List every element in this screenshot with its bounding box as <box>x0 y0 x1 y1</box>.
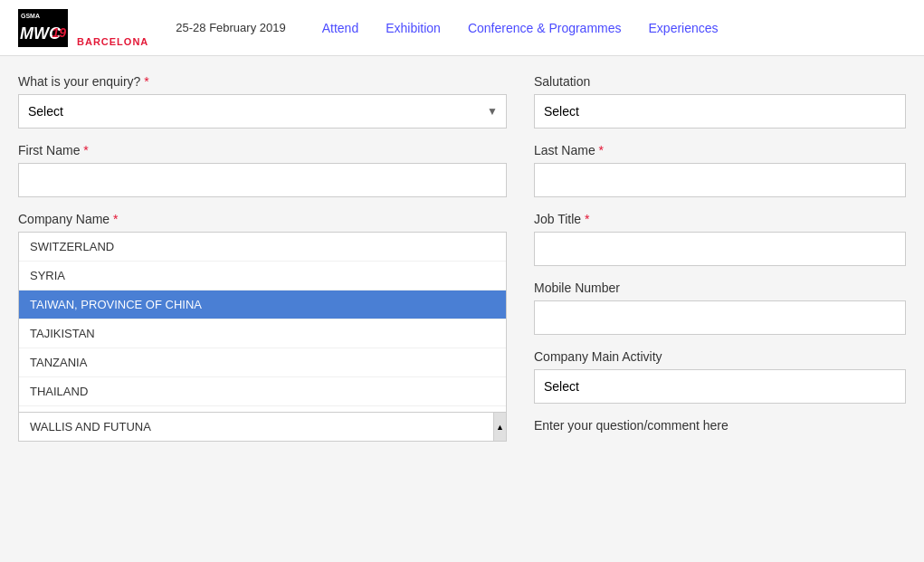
job-title-field-group: Job Title * <box>534 212 906 266</box>
job-title-label: Job Title * <box>534 212 906 226</box>
main-content: What is your enquiry? * Select ▼ First N… <box>0 56 924 562</box>
question-label: Enter your question/comment here <box>534 418 906 433</box>
mobile-number-label: Mobile Number <box>534 281 906 295</box>
enquiry-select-wrapper: Select ▼ <box>18 94 507 129</box>
dropdown-item[interactable]: THAILAND <box>19 377 506 406</box>
event-date: 25-28 February 2019 <box>176 21 285 34</box>
salutation-label: Salutation <box>534 74 906 89</box>
company-name-label: Company Name * <box>18 212 507 226</box>
mobile-number-field-group: Mobile Number <box>534 281 906 335</box>
company-activity-input[interactable] <box>534 369 906 404</box>
year-text: 19 <box>52 25 66 40</box>
salutation-field-group: Salutation <box>534 74 906 129</box>
nav-exhibition[interactable]: Exhibition <box>386 21 441 35</box>
barcelona-text: Barcelona <box>77 36 148 47</box>
company-activity-field-group: Company Main Activity <box>534 349 906 404</box>
dropdown-item[interactable]: SWITZERLAND <box>19 233 506 262</box>
wallis-item-label[interactable]: WALLIS AND FUTUNA <box>19 413 493 441</box>
first-name-required: * <box>83 143 88 157</box>
country-dropdown-container: SWITZERLANDSYRIATAIWAN, PROVINCE OF CHIN… <box>18 232 507 442</box>
logo-area: GSMA MWC 19 Barcelona <box>18 9 148 47</box>
mobile-number-input[interactable] <box>534 300 906 335</box>
job-title-required: * <box>585 212 589 226</box>
main-nav: Attend Exhibition Conference & Programme… <box>322 21 719 35</box>
first-name-field-group: First Name * <box>18 143 507 197</box>
site-header: GSMA MWC 19 Barcelona 25-28 February 201… <box>0 0 924 56</box>
scroll-down-arrow[interactable]: ▲ <box>493 413 506 441</box>
nav-attend[interactable]: Attend <box>322 21 358 35</box>
dropdown-item[interactable]: TAJIKISTAN <box>19 319 506 348</box>
company-activity-label: Company Main Activity <box>534 349 906 364</box>
enquiry-label: What is your enquiry? * <box>18 74 507 89</box>
enquiry-field-group: What is your enquiry? * Select ▼ <box>18 74 507 129</box>
company-name-required: * <box>113 212 118 226</box>
last-name-label: Last Name * <box>534 143 906 157</box>
last-name-field-group: Last Name * <box>534 143 906 197</box>
country-dropdown-list[interactable]: SWITZERLANDSYRIATAIWAN, PROVINCE OF CHIN… <box>18 232 507 413</box>
wallis-row: WALLIS AND FUTUNA ▲ <box>18 413 507 442</box>
nav-conference[interactable]: Conference & Programmes <box>468 21 622 35</box>
last-name-required: * <box>599 143 604 157</box>
enquiry-select[interactable]: Select <box>18 94 507 129</box>
first-name-input[interactable] <box>18 163 507 197</box>
left-column: What is your enquiry? * Select ▼ First N… <box>18 74 507 562</box>
last-name-input[interactable] <box>534 163 906 197</box>
logo-box: GSMA MWC 19 <box>18 9 68 47</box>
dropdown-item[interactable]: TAIWAN, PROVINCE OF CHINA <box>19 291 506 319</box>
question-field-group: Enter your question/comment here <box>534 418 906 433</box>
dropdown-item[interactable]: TANZANIA <box>19 348 506 377</box>
nav-experiences[interactable]: Experiences <box>649 21 719 35</box>
dropdown-item[interactable]: SYRIA <box>19 262 506 291</box>
right-column: Salutation Last Name * Job Title * Mobil… <box>534 74 906 562</box>
salutation-input[interactable] <box>534 94 906 129</box>
enquiry-required: * <box>144 74 148 89</box>
gsma-text: GSMA <box>21 13 40 19</box>
job-title-input[interactable] <box>534 232 906 266</box>
company-name-field-group: Company Name * SWITZERLANDSYRIATAIWAN, P… <box>18 212 507 442</box>
first-name-label: First Name * <box>18 143 507 157</box>
